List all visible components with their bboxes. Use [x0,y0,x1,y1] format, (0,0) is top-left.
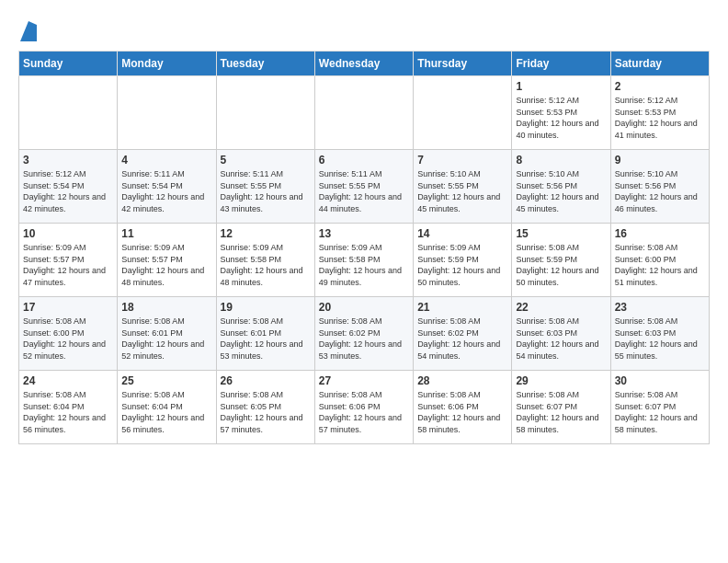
day-info: Sunrise: 5:11 AMSunset: 5:55 PMDaylight:… [319,168,409,214]
day-info: Sunrise: 5:10 AMSunset: 5:55 PMDaylight:… [417,168,507,214]
weekday-header-wednesday: Wednesday [314,52,413,76]
calendar-cell: 24Sunrise: 5:08 AMSunset: 6:04 PMDayligh… [19,371,118,444]
day-number: 11 [121,227,211,240]
calendar-cell: 20Sunrise: 5:08 AMSunset: 6:02 PMDayligh… [314,297,413,371]
day-number: 22 [516,301,606,314]
calendar-cell: 19Sunrise: 5:08 AMSunset: 6:01 PMDayligh… [216,297,314,371]
day-info: Sunrise: 5:09 AMSunset: 5:58 PMDaylight:… [319,242,409,288]
calendar-header: SundayMondayTuesdayWednesdayThursdayFrid… [19,52,710,76]
day-info: Sunrise: 5:08 AMSunset: 6:06 PMDaylight:… [417,389,507,435]
calendar-cell: 15Sunrise: 5:08 AMSunset: 5:59 PMDayligh… [512,224,610,297]
calendar-cell [314,76,413,150]
day-number: 24 [23,374,113,387]
weekday-header-thursday: Thursday [414,52,512,76]
weekday-header-friday: Friday [512,52,610,76]
calendar-cell: 17Sunrise: 5:08 AMSunset: 6:00 PMDayligh… [19,297,118,371]
day-info: Sunrise: 5:08 AMSunset: 6:03 PMDaylight:… [615,316,705,362]
day-number: 19 [221,301,311,314]
calendar-cell: 16Sunrise: 5:08 AMSunset: 6:00 PMDayligh… [610,224,709,297]
svg-marker-0 [20,21,37,41]
calendar-body: 1Sunrise: 5:12 AMSunset: 5:53 PMDaylight… [19,76,710,444]
calendar-week-1: 1Sunrise: 5:12 AMSunset: 5:53 PMDaylight… [19,76,710,150]
day-number: 15 [516,227,606,240]
calendar-cell: 9Sunrise: 5:10 AMSunset: 5:56 PMDaylight… [610,150,709,224]
calendar-cell: 3Sunrise: 5:12 AMSunset: 5:54 PMDaylight… [19,150,118,224]
weekday-header-row: SundayMondayTuesdayWednesdayThursdayFrid… [19,52,710,76]
calendar-cell [216,76,314,150]
day-number: 21 [417,301,507,314]
calendar-week-3: 10Sunrise: 5:09 AMSunset: 5:57 PMDayligh… [19,224,710,297]
day-info: Sunrise: 5:08 AMSunset: 6:06 PMDaylight:… [319,389,409,435]
day-number: 9 [615,154,705,167]
calendar-cell: 26Sunrise: 5:08 AMSunset: 6:05 PMDayligh… [216,371,314,444]
day-info: Sunrise: 5:11 AMSunset: 5:55 PMDaylight:… [221,168,311,214]
day-number: 12 [221,227,311,240]
weekday-header-tuesday: Tuesday [216,52,314,76]
day-info: Sunrise: 5:08 AMSunset: 6:04 PMDaylight:… [121,389,211,435]
calendar-cell: 12Sunrise: 5:09 AMSunset: 5:58 PMDayligh… [216,224,314,297]
day-info: Sunrise: 5:08 AMSunset: 5:59 PMDaylight:… [516,242,606,288]
day-info: Sunrise: 5:08 AMSunset: 6:02 PMDaylight:… [319,316,409,362]
day-info: Sunrise: 5:08 AMSunset: 6:00 PMDaylight:… [615,242,705,288]
calendar-cell: 10Sunrise: 5:09 AMSunset: 5:57 PMDayligh… [19,224,118,297]
calendar-cell: 7Sunrise: 5:10 AMSunset: 5:55 PMDaylight… [414,150,512,224]
page-header [18,18,710,41]
day-number: 30 [615,374,705,387]
day-number: 16 [615,227,705,240]
weekday-header-sunday: Sunday [19,52,118,76]
logo [18,18,37,41]
day-number: 29 [516,374,606,387]
day-number: 7 [417,154,507,167]
calendar-cell: 4Sunrise: 5:11 AMSunset: 5:54 PMDaylight… [118,150,216,224]
day-number: 27 [319,374,409,387]
day-info: Sunrise: 5:08 AMSunset: 6:01 PMDaylight:… [221,316,311,362]
calendar-cell: 25Sunrise: 5:08 AMSunset: 6:04 PMDayligh… [118,371,216,444]
calendar-cell: 30Sunrise: 5:08 AMSunset: 6:07 PMDayligh… [610,371,709,444]
calendar-cell: 8Sunrise: 5:10 AMSunset: 5:56 PMDaylight… [512,150,610,224]
day-number: 10 [23,227,113,240]
day-number: 14 [417,227,507,240]
calendar-cell [414,76,512,150]
day-number: 13 [319,227,409,240]
day-info: Sunrise: 5:08 AMSunset: 6:01 PMDaylight:… [121,316,211,362]
day-number: 17 [23,301,113,314]
calendar-cell [118,76,216,150]
day-number: 6 [319,154,409,167]
logo-icon [20,21,37,41]
day-info: Sunrise: 5:09 AMSunset: 5:58 PMDaylight:… [221,242,311,288]
calendar-cell: 1Sunrise: 5:12 AMSunset: 5:53 PMDaylight… [512,76,610,150]
day-number: 4 [121,154,211,167]
calendar-cell: 14Sunrise: 5:09 AMSunset: 5:59 PMDayligh… [414,224,512,297]
day-number: 18 [121,301,211,314]
day-info: Sunrise: 5:12 AMSunset: 5:53 PMDaylight:… [615,95,705,141]
day-number: 3 [23,154,113,167]
day-number: 20 [319,301,409,314]
calendar-week-4: 17Sunrise: 5:08 AMSunset: 6:00 PMDayligh… [19,297,710,371]
calendar-table: SundayMondayTuesdayWednesdayThursdayFrid… [18,51,710,444]
day-info: Sunrise: 5:08 AMSunset: 6:07 PMDaylight:… [615,389,705,435]
day-info: Sunrise: 5:08 AMSunset: 6:05 PMDaylight:… [221,389,311,435]
day-number: 26 [221,374,311,387]
day-info: Sunrise: 5:10 AMSunset: 5:56 PMDaylight:… [615,168,705,214]
day-info: Sunrise: 5:08 AMSunset: 6:03 PMDaylight:… [516,316,606,362]
calendar-cell: 28Sunrise: 5:08 AMSunset: 6:06 PMDayligh… [414,371,512,444]
calendar-cell: 27Sunrise: 5:08 AMSunset: 6:06 PMDayligh… [314,371,413,444]
day-number: 2 [615,80,705,93]
day-info: Sunrise: 5:10 AMSunset: 5:56 PMDaylight:… [516,168,606,214]
calendar-week-2: 3Sunrise: 5:12 AMSunset: 5:54 PMDaylight… [19,150,710,224]
calendar-cell: 22Sunrise: 5:08 AMSunset: 6:03 PMDayligh… [512,297,610,371]
day-info: Sunrise: 5:11 AMSunset: 5:54 PMDaylight:… [121,168,211,214]
day-info: Sunrise: 5:12 AMSunset: 5:54 PMDaylight:… [23,168,113,214]
day-info: Sunrise: 5:09 AMSunset: 5:59 PMDaylight:… [417,242,507,288]
calendar-cell: 11Sunrise: 5:09 AMSunset: 5:57 PMDayligh… [118,224,216,297]
calendar-cell: 29Sunrise: 5:08 AMSunset: 6:07 PMDayligh… [512,371,610,444]
calendar-cell: 6Sunrise: 5:11 AMSunset: 5:55 PMDaylight… [314,150,413,224]
weekday-header-saturday: Saturday [610,52,709,76]
day-info: Sunrise: 5:12 AMSunset: 5:53 PMDaylight:… [516,95,606,141]
day-number: 1 [516,80,606,93]
day-info: Sunrise: 5:08 AMSunset: 6:07 PMDaylight:… [516,389,606,435]
day-number: 23 [615,301,705,314]
calendar-cell: 23Sunrise: 5:08 AMSunset: 6:03 PMDayligh… [610,297,709,371]
calendar-cell: 18Sunrise: 5:08 AMSunset: 6:01 PMDayligh… [118,297,216,371]
day-number: 5 [221,154,311,167]
